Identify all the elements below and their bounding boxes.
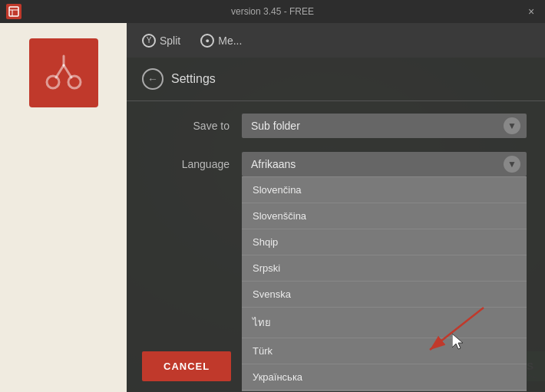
close-button[interactable]: × (524, 4, 539, 19)
svg-point-4 (68, 76, 81, 88)
settings-header: ← Settings (127, 58, 545, 101)
scissors-icon (41, 50, 87, 96)
merge-icon: ● (200, 34, 214, 48)
save-to-dropdown-container: Sub folder ▼ (242, 114, 527, 138)
app-icon-panel (29, 38, 98, 107)
language-value: Afrikaans (251, 158, 296, 170)
back-button[interactable]: ← (142, 68, 164, 90)
language-label: Language (145, 158, 230, 170)
settings-body: Save to Sub folder ▼ Language Afrikaans (127, 101, 545, 341)
lang-slovenščina[interactable]: Slovenščina (242, 203, 527, 229)
tab-merge[interactable]: ● Me... (194, 31, 248, 51)
language-dropdown-container: Afrikaans ▼ Slovenčina Slovenščina Shqip… (242, 152, 527, 176)
split-icon: Y (142, 34, 156, 48)
main-area: Y Split ● Me... ← Settings (0, 23, 545, 392)
lang-svenska[interactable]: Svenska (242, 282, 527, 308)
settings-title: Settings (171, 72, 216, 86)
language-arrow: ▼ (504, 156, 520, 173)
language-dropdown-list[interactable]: Slovenčina Slovenščina Shqip Srpski Sven… (242, 176, 527, 391)
lang-slovenčina[interactable]: Slovenčina (242, 177, 527, 203)
lang-turk[interactable]: Türk (242, 338, 527, 364)
left-panel (0, 23, 127, 392)
save-to-label: Save to (145, 120, 230, 132)
lang-shqip[interactable]: Shqip (242, 229, 527, 255)
save-to-row: Save to Sub folder ▼ (145, 114, 527, 138)
save-to-dropdown[interactable]: Sub folder ▼ (242, 114, 527, 138)
save-to-value: Sub folder (251, 120, 300, 132)
app-window: version 3.45 - FREE × Y (0, 0, 545, 392)
merge-tab-label: Me... (218, 35, 242, 47)
logo-icon (8, 6, 19, 17)
svg-point-3 (47, 76, 59, 88)
lang-thai[interactable]: ไทย (242, 308, 527, 338)
settings-overlay: ← Settings Save to Sub folder ▼ (127, 58, 545, 392)
back-icon: ← (147, 73, 158, 85)
merge-icon-label: ● (206, 37, 210, 44)
cancel-button[interactable]: CANCEL (142, 351, 231, 381)
split-tab-label: Split (160, 35, 180, 47)
svg-rect-0 (9, 7, 18, 16)
language-row: Language Afrikaans ▼ Slovenčina Slovenšč… (145, 152, 527, 176)
split-icon-label: Y (147, 36, 152, 44)
lang-vietnamese[interactable]: Tiếng Việt (242, 390, 527, 391)
language-dropdown[interactable]: Afrikaans ▼ (242, 152, 527, 176)
app-logo (6, 4, 21, 19)
svg-line-6 (64, 65, 71, 77)
version-label: version 3.45 - FREE (231, 6, 314, 17)
title-bar: version 3.45 - FREE × (0, 0, 545, 23)
tab-split[interactable]: Y Split (136, 31, 187, 51)
svg-line-5 (56, 65, 64, 77)
tab-bar: Y Split ● Me... (127, 23, 545, 58)
title-bar-left (6, 4, 21, 19)
save-to-arrow: ▼ (504, 117, 520, 134)
lang-ukrainian[interactable]: Українська (242, 364, 527, 390)
lang-srpski[interactable]: Srpski (242, 255, 527, 282)
